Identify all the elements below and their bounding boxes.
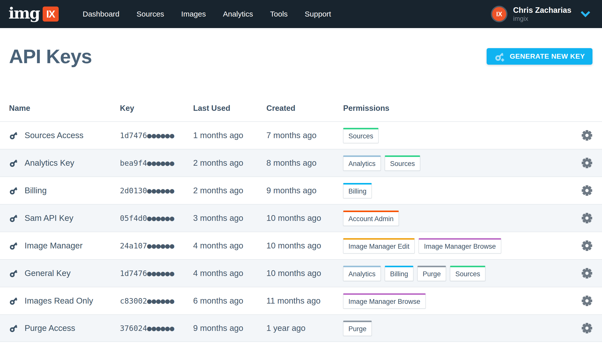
main-content: API Keys GENERATE NEW KEY: [0, 47, 602, 342]
last-used-value: 4 months ago: [193, 268, 266, 278]
key-name: Sam API Key: [25, 213, 73, 223]
column-header-last-used: Last Used: [193, 104, 266, 113]
api-keys-table: Name Key Last Used Created Permissions S…: [0, 104, 602, 342]
permission-badge: Sources: [450, 266, 485, 281]
last-used-value: 6 months ago: [193, 296, 266, 306]
permission-badge: Account Admin: [343, 211, 399, 226]
key-value: 1d7476●●●●●●: [120, 131, 193, 140]
key-plus-icon: [494, 51, 505, 62]
nav-item-support[interactable]: Support: [305, 10, 331, 18]
chevron-down-icon[interactable]: [580, 11, 590, 17]
generate-new-key-button[interactable]: GENERATE NEW KEY: [487, 48, 592, 65]
nav-item-sources[interactable]: Sources: [136, 10, 164, 18]
key-value: 05f4d0●●●●●●: [120, 214, 193, 223]
column-header-permissions: Permissions: [343, 104, 577, 113]
permissions-cell: Sources: [343, 128, 577, 143]
key-icon: [9, 268, 19, 278]
main-nav-menu: DashboardSourcesImagesAnalyticsToolsSupp…: [83, 10, 331, 18]
key-name-cell: Images Read Only: [9, 296, 120, 306]
column-header-name: Name: [9, 104, 120, 113]
key-name: Billing: [25, 186, 47, 195]
last-used-value: 1 months ago: [193, 131, 266, 140]
key-name: Analytics Key: [25, 158, 74, 168]
key-icon: [9, 213, 19, 223]
gear-icon: [581, 185, 593, 197]
key-name: Sources Access: [25, 131, 84, 140]
key-icon: [9, 131, 19, 140]
row-settings-button[interactable]: [581, 212, 593, 224]
user-name: Chris Zacharias: [513, 6, 571, 15]
permissions-cell: Account Admin: [343, 211, 577, 226]
permissions-cell: AnalyticsBillingPurgeSources: [343, 266, 577, 281]
table-row: Sources Access 1d7476●●●●●● 1 months ago…: [0, 121, 602, 149]
gear-icon: [581, 240, 593, 252]
row-settings-button[interactable]: [581, 157, 593, 169]
key-name-cell: Image Manager: [9, 241, 120, 250]
key-value: 2d0130●●●●●●: [120, 186, 193, 195]
table-row: Sam API Key 05f4d0●●●●●● 3 months ago 10…: [0, 204, 602, 232]
nav-item-images[interactable]: Images: [181, 10, 206, 18]
created-value: 11 months ago: [266, 296, 343, 306]
key-name: Image Manager: [25, 241, 83, 250]
key-name-cell: General Key: [9, 268, 120, 278]
row-settings-button[interactable]: [581, 295, 593, 307]
user-info: Chris Zacharias imgix: [513, 6, 571, 22]
key-value: 376024●●●●●●: [120, 324, 193, 333]
key-name-cell: Sources Access: [9, 131, 120, 140]
permissions-cell: Image Manager EditImage Manager Browse: [343, 238, 577, 253]
permission-badge: Image Manager Edit: [343, 238, 415, 253]
permission-badge: Purge: [343, 321, 372, 336]
row-settings-button[interactable]: [581, 267, 593, 279]
key-value: bea9f4●●●●●●: [120, 159, 193, 167]
gear-icon: [581, 212, 593, 224]
last-used-value: 9 months ago: [193, 323, 266, 333]
user-menu[interactable]: IX Chris Zacharias imgix: [491, 6, 590, 22]
last-used-value: 4 months ago: [193, 241, 266, 250]
permission-badge: Image Manager Browse: [419, 238, 501, 253]
key-value: 24a107●●●●●●: [120, 241, 193, 250]
gear-icon: [581, 267, 593, 279]
key-icon: [9, 158, 19, 168]
created-value: 10 months ago: [266, 213, 343, 223]
key-name-cell: Sam API Key: [9, 213, 120, 223]
imgix-logo[interactable]: img IX: [9, 6, 59, 23]
table-body: Sources Access 1d7476●●●●●● 1 months ago…: [0, 121, 602, 342]
last-used-value: 2 months ago: [193, 158, 266, 168]
key-name-cell: Billing: [9, 186, 120, 195]
created-value: 8 months ago: [266, 158, 343, 168]
column-header-created: Created: [266, 104, 343, 113]
row-settings-button[interactable]: [581, 129, 593, 141]
permissions-cell: Billing: [343, 183, 577, 198]
permission-badge: Sources: [385, 155, 420, 171]
table-row: Billing 2d0130●●●●●● 2 months ago 9 mont…: [0, 176, 602, 204]
key-icon: [9, 296, 19, 306]
permission-badge: Analytics: [343, 266, 381, 281]
nav-item-dashboard[interactable]: Dashboard: [83, 10, 120, 18]
gear-icon: [581, 129, 593, 141]
table-row: General Key 1d7476●●●●●● 4 months ago 10…: [0, 259, 602, 287]
nav-item-tools[interactable]: Tools: [270, 10, 288, 18]
key-name: Purge Access: [25, 323, 75, 333]
created-value: 10 months ago: [266, 268, 343, 278]
row-settings-button[interactable]: [581, 185, 593, 197]
gear-icon: [581, 157, 593, 169]
table-row: Analytics Key bea9f4●●●●●● 2 months ago …: [0, 149, 602, 176]
key-icon: [9, 241, 19, 250]
permission-badge: Billing: [385, 266, 413, 281]
last-used-value: 2 months ago: [193, 186, 266, 195]
created-value: 1 year ago: [266, 323, 343, 333]
permission-badge: Image Manager Browse: [343, 293, 426, 309]
key-name-cell: Analytics Key: [9, 158, 120, 168]
created-value: 9 months ago: [266, 186, 343, 195]
generate-button-label: GENERATE NEW KEY: [510, 52, 585, 60]
permissions-cell: Purge: [343, 321, 577, 336]
row-settings-button[interactable]: [581, 322, 593, 334]
key-icon: [9, 186, 19, 195]
table-row: Purge Access 376024●●●●●● 9 months ago 1…: [0, 314, 602, 342]
nav-item-analytics[interactable]: Analytics: [223, 10, 253, 18]
row-settings-button[interactable]: [581, 240, 593, 252]
page-title: API Keys: [9, 47, 92, 66]
permissions-cell: Image Manager Browse: [343, 293, 577, 309]
gear-icon: [581, 295, 593, 307]
key-value: c83002●●●●●●: [120, 297, 193, 305]
